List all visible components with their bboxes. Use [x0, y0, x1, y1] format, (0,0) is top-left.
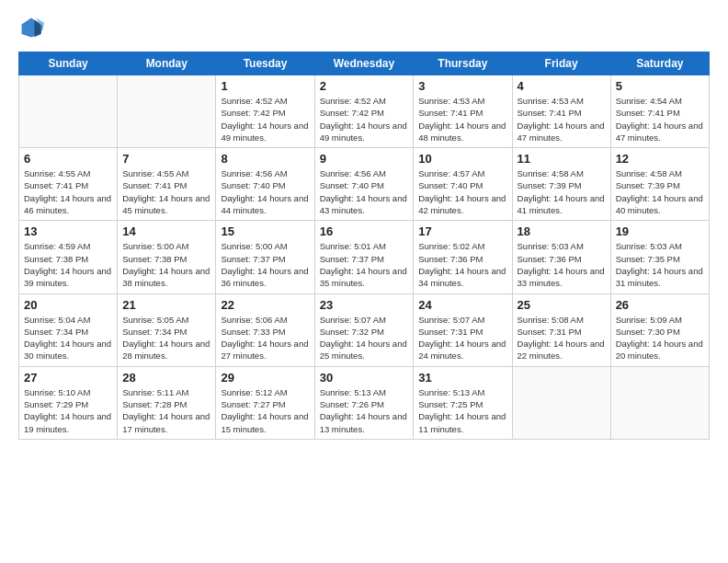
day-info: Sunrise: 5:03 AM Sunset: 7:36 PM Dayligh… — [518, 240, 606, 289]
day-number: 19 — [616, 224, 704, 238]
day-info: Sunrise: 5:08 AM Sunset: 7:31 PM Dayligh… — [518, 314, 606, 362]
day-info: Sunrise: 5:04 AM Sunset: 7:34 PM Dayligh… — [24, 314, 112, 362]
calendar-cell: 2Sunrise: 4:52 AM Sunset: 7:42 PM Daylig… — [314, 75, 414, 148]
calendar-cell: 12Sunrise: 4:58 AM Sunset: 7:39 PM Dayli… — [610, 148, 709, 221]
day-info: Sunrise: 5:13 AM Sunset: 7:25 PM Dayligh… — [418, 386, 506, 435]
day-info: Sunrise: 5:00 AM Sunset: 7:38 PM Dayligh… — [122, 240, 210, 289]
day-number: 31 — [418, 371, 506, 385]
calendar-cell: 27Sunrise: 5:10 AM Sunset: 7:29 PM Dayli… — [19, 366, 118, 439]
day-number: 26 — [616, 298, 704, 312]
day-info: Sunrise: 5:01 AM Sunset: 7:37 PM Dayligh… — [320, 240, 409, 289]
day-info: Sunrise: 4:55 AM Sunset: 7:41 PM Dayligh… — [24, 167, 112, 216]
day-info: Sunrise: 4:53 AM Sunset: 7:41 PM Dayligh… — [518, 95, 606, 144]
weekday-header: Wednesday — [314, 52, 414, 75]
calendar-cell: 30Sunrise: 5:13 AM Sunset: 7:26 PM Dayli… — [314, 366, 414, 439]
day-number: 2 — [320, 79, 409, 93]
day-number: 6 — [24, 152, 112, 166]
logo — [18, 15, 48, 40]
weekday-header-row: SundayMondayTuesdayWednesdayThursdayFrid… — [19, 52, 710, 75]
calendar-cell: 8Sunrise: 4:56 AM Sunset: 7:40 PM Daylig… — [216, 148, 314, 221]
weekday-header: Sunday — [19, 52, 118, 75]
calendar-cell: 23Sunrise: 5:07 AM Sunset: 7:32 PM Dayli… — [314, 293, 414, 366]
calendar-cell: 29Sunrise: 5:12 AM Sunset: 7:27 PM Dayli… — [216, 366, 314, 439]
calendar-cell: 15Sunrise: 5:00 AM Sunset: 7:37 PM Dayli… — [216, 221, 314, 293]
day-number: 23 — [320, 298, 409, 312]
day-number: 12 — [616, 152, 704, 166]
calendar-cell: 13Sunrise: 4:59 AM Sunset: 7:38 PM Dayli… — [19, 221, 118, 293]
day-number: 11 — [518, 152, 606, 166]
calendar-cell: 19Sunrise: 5:03 AM Sunset: 7:35 PM Dayli… — [610, 221, 709, 293]
calendar-cell: 10Sunrise: 4:57 AM Sunset: 7:40 PM Dayli… — [414, 148, 512, 221]
day-number: 13 — [24, 224, 112, 238]
calendar-cell: 20Sunrise: 5:04 AM Sunset: 7:34 PM Dayli… — [19, 293, 118, 366]
day-number: 7 — [122, 152, 210, 166]
calendar-page: SundayMondayTuesdayWednesdayThursdayFrid… — [0, 0, 728, 458]
day-number: 1 — [221, 79, 309, 93]
day-info: Sunrise: 4:52 AM Sunset: 7:42 PM Dayligh… — [320, 95, 409, 144]
calendar-cell: 4Sunrise: 4:53 AM Sunset: 7:41 PM Daylig… — [512, 75, 610, 148]
day-number: 17 — [418, 224, 506, 238]
day-info: Sunrise: 4:57 AM Sunset: 7:40 PM Dayligh… — [418, 167, 506, 216]
calendar-cell: 14Sunrise: 5:00 AM Sunset: 7:38 PM Dayli… — [118, 221, 216, 293]
day-info: Sunrise: 4:56 AM Sunset: 7:40 PM Dayligh… — [320, 167, 409, 216]
calendar-cell: 11Sunrise: 4:58 AM Sunset: 7:39 PM Dayli… — [512, 148, 610, 221]
day-info: Sunrise: 5:05 AM Sunset: 7:34 PM Dayligh… — [122, 314, 210, 362]
weekday-header: Monday — [118, 52, 216, 75]
calendar-week-row: 27Sunrise: 5:10 AM Sunset: 7:29 PM Dayli… — [19, 366, 710, 439]
day-number: 21 — [122, 298, 210, 312]
day-number: 29 — [221, 371, 309, 385]
calendar-cell: 24Sunrise: 5:07 AM Sunset: 7:31 PM Dayli… — [414, 293, 512, 366]
calendar-cell: 9Sunrise: 4:56 AM Sunset: 7:40 PM Daylig… — [314, 148, 414, 221]
calendar-table: SundayMondayTuesdayWednesdayThursdayFrid… — [18, 52, 710, 440]
calendar-week-row: 13Sunrise: 4:59 AM Sunset: 7:38 PM Dayli… — [19, 221, 710, 293]
calendar-cell: 5Sunrise: 4:54 AM Sunset: 7:41 PM Daylig… — [610, 75, 709, 148]
day-number: 22 — [221, 298, 309, 312]
day-number: 14 — [122, 224, 210, 238]
day-info: Sunrise: 5:06 AM Sunset: 7:33 PM Dayligh… — [221, 314, 309, 362]
day-info: Sunrise: 5:07 AM Sunset: 7:31 PM Dayligh… — [418, 314, 506, 362]
calendar-cell: 6Sunrise: 4:55 AM Sunset: 7:41 PM Daylig… — [19, 148, 118, 221]
day-number: 16 — [320, 224, 409, 238]
logo-icon — [18, 15, 44, 40]
day-number: 27 — [24, 371, 112, 385]
day-number: 4 — [518, 79, 606, 93]
weekday-header: Saturday — [610, 52, 709, 75]
header — [18, 15, 710, 40]
day-number: 15 — [221, 224, 309, 238]
day-number: 24 — [418, 298, 506, 312]
calendar-cell — [610, 366, 709, 439]
day-number: 10 — [418, 152, 506, 166]
calendar-cell: 21Sunrise: 5:05 AM Sunset: 7:34 PM Dayli… — [118, 293, 216, 366]
day-info: Sunrise: 5:11 AM Sunset: 7:28 PM Dayligh… — [122, 386, 210, 435]
day-number: 25 — [518, 298, 606, 312]
weekday-header: Tuesday — [216, 52, 314, 75]
day-info: Sunrise: 5:09 AM Sunset: 7:30 PM Dayligh… — [616, 314, 704, 362]
day-number: 9 — [320, 152, 409, 166]
day-number: 8 — [221, 152, 309, 166]
day-info: Sunrise: 5:00 AM Sunset: 7:37 PM Dayligh… — [221, 240, 309, 289]
calendar-cell: 3Sunrise: 4:53 AM Sunset: 7:41 PM Daylig… — [414, 75, 512, 148]
day-info: Sunrise: 4:55 AM Sunset: 7:41 PM Dayligh… — [122, 167, 210, 216]
calendar-cell: 16Sunrise: 5:01 AM Sunset: 7:37 PM Dayli… — [314, 221, 414, 293]
day-number: 5 — [616, 79, 704, 93]
day-info: Sunrise: 4:59 AM Sunset: 7:38 PM Dayligh… — [24, 240, 112, 289]
calendar-week-row: 6Sunrise: 4:55 AM Sunset: 7:41 PM Daylig… — [19, 148, 710, 221]
day-number: 28 — [122, 371, 210, 385]
day-info: Sunrise: 4:54 AM Sunset: 7:41 PM Dayligh… — [616, 95, 704, 144]
day-number: 20 — [24, 298, 112, 312]
calendar-cell: 22Sunrise: 5:06 AM Sunset: 7:33 PM Dayli… — [216, 293, 314, 366]
calendar-cell: 18Sunrise: 5:03 AM Sunset: 7:36 PM Dayli… — [512, 221, 610, 293]
calendar-week-row: 1Sunrise: 4:52 AM Sunset: 7:42 PM Daylig… — [19, 75, 710, 148]
calendar-cell: 26Sunrise: 5:09 AM Sunset: 7:30 PM Dayli… — [610, 293, 709, 366]
calendar-cell — [19, 75, 118, 148]
calendar-cell — [512, 366, 610, 439]
calendar-cell: 7Sunrise: 4:55 AM Sunset: 7:41 PM Daylig… — [118, 148, 216, 221]
calendar-cell: 25Sunrise: 5:08 AM Sunset: 7:31 PM Dayli… — [512, 293, 610, 366]
calendar-cell — [118, 75, 216, 148]
day-info: Sunrise: 5:10 AM Sunset: 7:29 PM Dayligh… — [24, 386, 112, 435]
calendar-week-row: 20Sunrise: 5:04 AM Sunset: 7:34 PM Dayli… — [19, 293, 710, 366]
day-number: 30 — [320, 371, 409, 385]
day-info: Sunrise: 5:03 AM Sunset: 7:35 PM Dayligh… — [616, 240, 704, 289]
calendar-cell: 31Sunrise: 5:13 AM Sunset: 7:25 PM Dayli… — [414, 366, 512, 439]
day-info: Sunrise: 4:56 AM Sunset: 7:40 PM Dayligh… — [221, 167, 309, 216]
